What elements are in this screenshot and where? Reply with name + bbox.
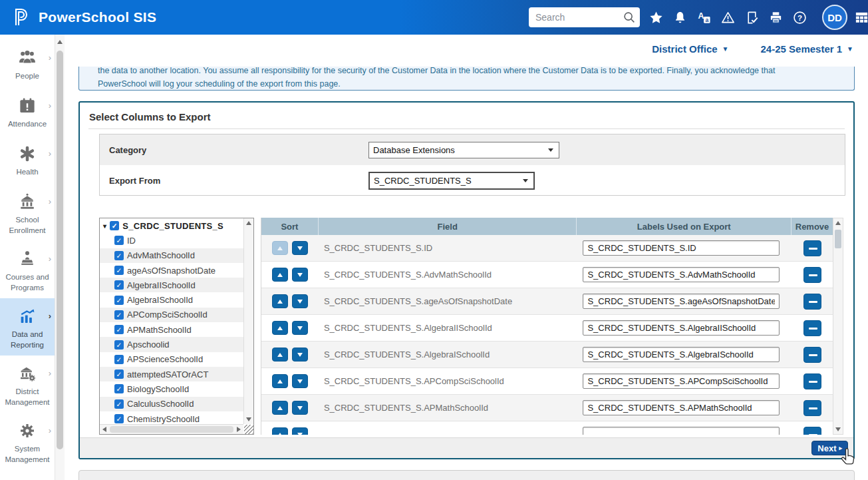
chevron-right-icon: › [49,369,51,377]
label-cell [577,427,792,435]
move-up-button[interactable] [272,401,288,415]
tree-item-checkbox[interactable]: ✓ [114,414,124,423]
sidebar-item-district-management[interactable]: District Management› [0,356,55,413]
move-down-button[interactable] [292,401,308,415]
apps-grid-icon[interactable] [854,10,868,25]
sidebar-item-data-and-reporting[interactable]: Data and Reporting› [0,298,55,356]
tree-item-row[interactable]: ✓APMathSchoolId [100,322,243,337]
move-up-button[interactable] [272,348,288,361]
remove-column-button[interactable] [803,373,821,389]
remove-column-button[interactable] [803,427,821,435]
remove-column-button[interactable] [803,240,821,256]
tree-item-checkbox[interactable]: ✓ [114,251,124,260]
tree-item-row[interactable]: ✓ID [100,233,243,248]
tree-item-label: ageAsOfSnapshotDate [127,266,216,276]
category-select[interactable]: Database Extensions [368,142,559,158]
tree-item-row[interactable]: ✓AlgebraISchoolId [100,292,243,307]
move-down-button[interactable] [292,241,308,255]
tree-item-row[interactable]: ✓ageAsOfSnapshotDate [100,263,243,278]
caret-down-icon: ▼ [722,45,729,53]
tree-item-checkbox[interactable]: ✓ [114,310,124,320]
sidebar-item-courses-and-programs[interactable]: Courses and Programs› [0,241,55,298]
tree-horizontal-scrollbar[interactable] [100,424,243,434]
tree-item-row[interactable]: ✓attemptedSATOrACT [100,367,243,381]
remove-column-button[interactable] [803,400,821,416]
export-from-select[interactable]: S_CRDC_STUDENTS_S [368,172,535,190]
export-label-input[interactable] [583,347,780,362]
alerts-warning-icon[interactable] [720,10,736,25]
sidebar-item-school-enrollment[interactable]: School Enrollment› [0,184,55,241]
next-button[interactable]: Next ▸ [811,441,848,455]
tree-item-checkbox[interactable]: ✓ [114,325,124,334]
tree-item-checkbox[interactable]: ✓ [114,384,124,393]
favorites-star-icon[interactable] [649,10,664,25]
tree-item-checkbox[interactable]: ✓ [114,340,124,350]
tree-item-row[interactable]: ✓Apschoolid [100,337,243,352]
tree-item-checkbox[interactable]: ✓ [114,266,124,275]
tree-item-checkbox[interactable]: ✓ [114,369,124,379]
export-label-input[interactable] [583,240,780,256]
move-up-button[interactable] [272,374,288,388]
notice-line-1: the data to another location. You assume… [98,67,775,75]
notifications-bell-icon[interactable] [672,10,688,25]
tree-item-row[interactable]: ✓AdvMathSchoolId [100,248,243,263]
print-icon[interactable] [768,10,784,25]
move-up-button[interactable] [272,321,288,335]
tree-item-checkbox[interactable]: ✓ [114,280,124,290]
move-down-button[interactable] [292,374,308,388]
tree-item-row[interactable]: ✓BiologySchoolId [100,381,243,396]
powerschool-logo-icon[interactable] [11,7,32,28]
tree-item-row[interactable]: ✓ChemistrySchoolId [100,411,243,424]
sidebar-item-label: Health [1,167,53,178]
remove-column-button[interactable] [803,320,821,336]
export-label-input[interactable] [583,294,780,309]
field-name: S_CRDC_STUDENTS_S.ID [319,243,577,253]
tree-vertical-scrollbar[interactable] [243,218,253,424]
search-icon[interactable] [622,10,637,25]
table-vertical-scrollbar[interactable] [833,218,843,435]
move-down-button[interactable] [292,348,308,361]
user-avatar[interactable]: DD [822,5,847,30]
sidebar-item-monitor[interactable]: › [0,470,55,480]
tree-item-checkbox[interactable]: ✓ [114,296,124,305]
export-label-input[interactable] [583,400,780,415]
tree-item-row[interactable]: ✓APCompSciSchoolId [100,308,243,322]
school-selector[interactable]: District Office ▼ [652,43,728,55]
move-down-button[interactable] [292,321,308,335]
help-icon[interactable]: ? [792,10,807,25]
move-up-button[interactable] [272,241,288,255]
sidebar-item-system-management[interactable]: System Management› [0,413,55,470]
sidebar-item-people[interactable]: People› [0,40,55,88]
remove-column-button[interactable] [803,347,821,363]
tree-item-checkbox[interactable]: ✓ [114,236,124,245]
tree-root-checkbox[interactable]: ✓ [110,221,119,230]
tree-item-checkbox[interactable]: ✓ [114,355,124,364]
resize-grip[interactable] [244,425,253,434]
tree-item-row[interactable]: ✓AlgebraIISchoolId [100,278,243,292]
export-label-input[interactable] [583,320,780,336]
move-up-button[interactable] [272,427,288,435]
move-up-button[interactable] [272,294,288,308]
remove-column-button[interactable] [803,267,821,283]
move-up-button[interactable] [272,268,288,282]
tree-item-row[interactable]: ✓CalculusSchoolId [100,397,243,411]
move-down-button[interactable] [292,268,308,282]
translate-icon[interactable]: Aa [696,10,712,25]
tree-root-row[interactable]: ▾✓S_CRDC_STUDENTS_S [100,218,243,233]
term-selector[interactable]: 24-25 Semester 1 ▼ [761,43,854,55]
tree-expand-caret-icon[interactable]: ▾ [103,222,106,230]
sidebar-item-attendance[interactable]: Attendance› [0,88,55,136]
category-label: Category [109,145,368,155]
reports-check-icon[interactable] [744,10,760,25]
remove-column-button[interactable] [803,294,821,310]
tree-item-checkbox[interactable]: ✓ [114,399,124,409]
sidebar-item-health[interactable]: Health› [0,136,55,184]
field-name: S_CRDC_STUDENTS_S.ageAsOfSnapshotDate [319,296,577,306]
sidebar-scrollbar[interactable] [55,35,65,480]
export-label-input[interactable] [583,267,780,282]
export-label-input[interactable] [583,427,780,435]
move-down-button[interactable] [292,294,308,308]
export-label-input[interactable] [583,373,780,389]
move-down-button[interactable] [292,427,308,435]
tree-item-row[interactable]: ✓APScienceSchoolId [100,352,243,367]
